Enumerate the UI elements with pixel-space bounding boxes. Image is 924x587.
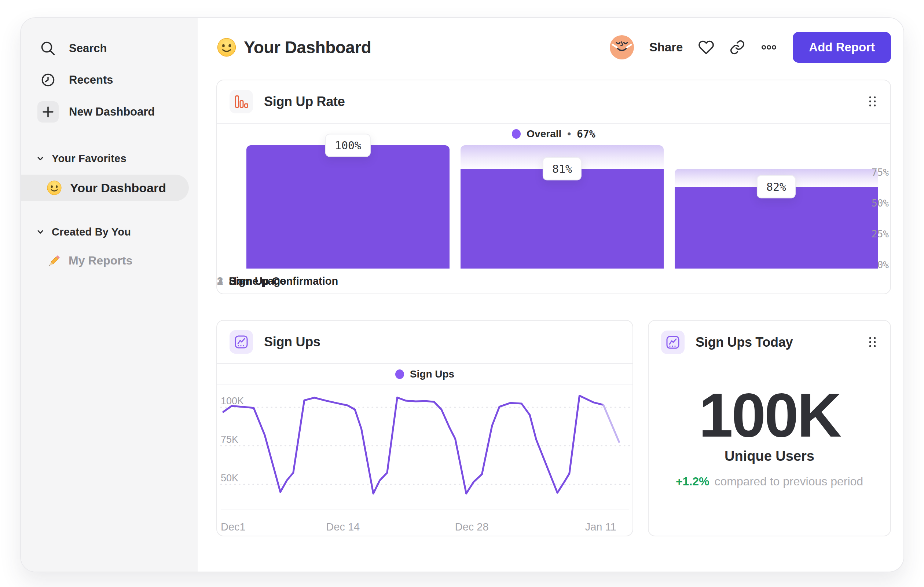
line-x-tick: Dec1	[221, 521, 246, 533]
search-icon	[37, 38, 59, 59]
kpi-value: 100K	[648, 380, 890, 451]
sign-up-rate-card: Sign Up Rate Overall • 67%	[216, 79, 891, 294]
step-number: 3	[217, 275, 223, 287]
step-label: Sign Up Confirmation	[229, 275, 338, 287]
funnel-y-tick: 0%	[867, 260, 889, 270]
sidebar-section-your-favorites[interactable]: Your Favorites	[21, 151, 198, 166]
sign-ups-card: Sign Ups Sign Ups 100K75K50KDec1Dec 14De…	[216, 320, 633, 536]
funnel-value-tooltip: 81%	[543, 157, 582, 180]
pencil-emoji	[46, 253, 61, 268]
funnel-y-tick: 50%	[867, 198, 889, 209]
line-chart-icon	[661, 331, 685, 354]
smiley-emoji	[46, 180, 62, 195]
funnel-bar-sign-up-confirmation[interactable]: 82%	[675, 169, 878, 269]
funnel-bar-sign-up[interactable]: 81%	[460, 145, 664, 269]
share-button[interactable]: Share	[649, 40, 683, 54]
section-title: Created By You	[52, 226, 131, 238]
line-x-tick: Jan 11	[585, 521, 616, 533]
sidebar-section-created-by-you[interactable]: Created By You	[21, 225, 198, 239]
kpi-delta-value: +1.2%	[676, 475, 710, 488]
card-title: Sign Ups	[264, 334, 320, 350]
section-title: Your Favorites	[52, 153, 127, 165]
funnel-value-tooltip: 100%	[325, 134, 371, 157]
sidebar-item-label: My Reports	[69, 254, 132, 268]
sidebar-item-recents[interactable]: Recents	[21, 64, 198, 96]
funnel-category: 3 Sign Up Confirmation	[217, 275, 420, 287]
main-content: Your Dashboard Share	[198, 18, 903, 572]
funnel-y-tick: 25%	[867, 228, 889, 240]
page-title-group: Your Dashboard	[217, 37, 371, 57]
heart-icon[interactable]	[698, 39, 714, 55]
chevron-down-icon	[36, 227, 45, 236]
line-chart-icon	[229, 330, 253, 354]
chevron-down-icon	[36, 154, 45, 163]
line-y-tick: 75K	[221, 434, 238, 445]
sidebar: Search Recents New Dashboard	[21, 18, 198, 572]
drag-handle-icon[interactable]	[868, 335, 878, 349]
line-y-tick: 50K	[221, 473, 238, 484]
sign-ups-today-card: Sign Ups Today 100K Unique Users +1.2% c…	[648, 320, 891, 536]
sidebar-item-label: Your Dashboard	[70, 181, 166, 195]
x-axis-line	[221, 509, 629, 510]
topbar-actions: Share	[610, 32, 891, 63]
app-window: Search Recents New Dashboard	[20, 17, 904, 572]
sidebar-item-label: New Dashboard	[69, 105, 155, 119]
funnel-bar-fill	[246, 145, 450, 269]
sidebar-item-new-dashboard[interactable]: New Dashboard	[21, 96, 198, 128]
line-legend: Sign Ups	[217, 364, 632, 385]
funnel-value-tooltip: 82%	[757, 175, 796, 198]
sidebar-item-label: Recents	[69, 73, 113, 87]
topbar: Your Dashboard Share	[217, 18, 891, 77]
more-options-icon[interactable]	[761, 39, 777, 56]
avatar[interactable]	[610, 35, 634, 60]
kpi-delta-caption: compared to previous period	[714, 475, 863, 488]
funnel-plot: 100% 81% 82% 1 Home page 2 Sign Up	[217, 80, 890, 293]
card-title: Sign Ups Today	[696, 335, 793, 350]
line-y-tick: 100K	[221, 395, 244, 407]
sidebar-item-my-reports[interactable]: My Reports	[21, 250, 198, 271]
sidebar-item-your-dashboard[interactable]: Your Dashboard	[21, 175, 189, 201]
sidebar-item-search[interactable]: Search	[21, 33, 198, 64]
card-header: Sign Ups Today	[648, 321, 890, 364]
plus-icon	[37, 101, 59, 122]
kpi-delta-row: +1.2% compared to previous period	[648, 475, 890, 488]
clock-icon	[37, 69, 59, 91]
funnel-bar-home-page[interactable]: 100%	[246, 145, 450, 269]
line-x-tick: Dec 28	[455, 521, 489, 533]
add-report-button[interactable]: Add Report	[793, 32, 891, 63]
funnel-y-tick: 75%	[867, 167, 889, 178]
kpi-caption: Unique Users	[648, 448, 890, 464]
card-header: Sign Ups	[217, 321, 632, 364]
line-x-tick: Dec 14	[326, 521, 360, 533]
legend-dot	[395, 369, 404, 379]
smiley-emoji	[217, 37, 236, 57]
legend-label: Sign Ups	[410, 368, 454, 380]
link-icon[interactable]	[730, 40, 745, 55]
page-title: Your Dashboard	[244, 37, 371, 57]
sidebar-item-label: Search	[69, 42, 107, 55]
